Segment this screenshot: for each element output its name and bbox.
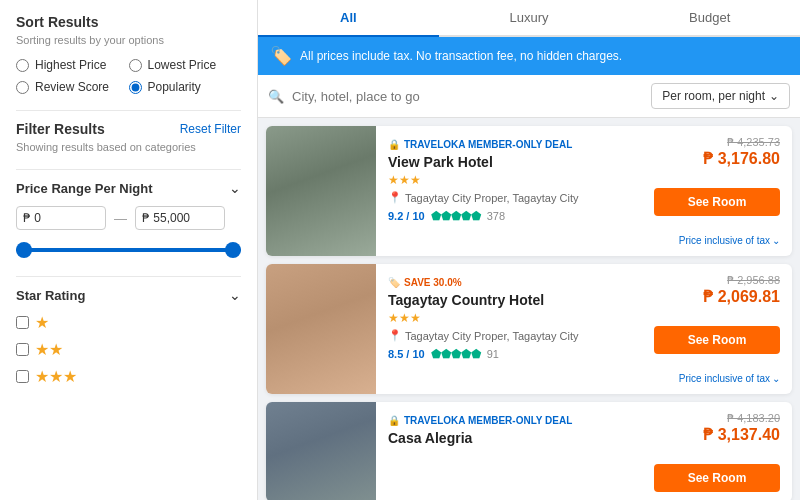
search-bar: 🔍 Per room, per night ⌄ [258, 75, 800, 118]
filter-header: Filter Results Reset Filter [16, 121, 241, 137]
hotel-deal-badge-2: 🏷️ SAVE 30.0% [388, 277, 462, 288]
notice-bar: 🏷️ All prices include tax. No transactio… [258, 37, 800, 75]
original-price-1: ₱ 4,235.73 [703, 136, 780, 149]
current-price-2: ₱ 2,069.81 [703, 287, 780, 306]
hotel-image-3 [266, 402, 376, 500]
star-checkbox-2[interactable] [16, 343, 29, 356]
see-room-button-1[interactable]: See Room [654, 188, 780, 216]
star-row-3: ★★★ [16, 367, 241, 386]
review-count-2: 91 [487, 348, 499, 360]
sort-radio-highest-price[interactable] [16, 59, 29, 72]
price-max-input[interactable]: ₱ 55,000 [135, 206, 225, 230]
price-range-title: Price Range Per Night [16, 181, 153, 196]
star-icon-1: ★ [35, 313, 49, 332]
sort-option-lowest-price[interactable]: Lowest Price [129, 58, 242, 72]
hotel-reviews-2: 8.5 / 10 ⬟⬟⬟⬟⬟ 91 [388, 347, 630, 361]
search-input[interactable] [292, 89, 643, 104]
tripadvisor-icon-2: ⬟⬟⬟⬟⬟ [431, 347, 481, 361]
notice-text: All prices include tax. No transaction f… [300, 49, 622, 63]
sort-option-label: Review Score [35, 80, 109, 94]
hotel-deal-badge-3: 🔒 TRAVELOKA MEMBER-ONLY DEAL [388, 415, 572, 426]
price-range-header: Price Range Per Night ⌄ [16, 180, 241, 196]
hotel-image-1 [266, 126, 376, 256]
price-slider[interactable] [16, 240, 241, 260]
price-min-input[interactable]: ₱ 0 [16, 206, 106, 230]
star-row-2: ★★ [16, 340, 241, 359]
review-count-1: 378 [487, 210, 505, 222]
star-rating-header: Star Rating ⌄ [16, 287, 241, 303]
main-content: All Luxury Budget 🏷️ All prices include … [258, 0, 800, 500]
star-row-1: ★ [16, 313, 241, 332]
star-checkbox-3[interactable] [16, 370, 29, 383]
hotel-card-1: 🔒 TRAVELOKA MEMBER-ONLY DEAL View Park H… [266, 126, 792, 256]
hotel-card-2: 🏷️ SAVE 30.0% Tagaytay Country Hotel ★★★… [266, 264, 792, 394]
hotel-card-3: 🔒 TRAVELOKA MEMBER-ONLY DEAL Casa Alegri… [266, 402, 792, 500]
hotel-location-1: 📍 Tagaytay City Proper, Tagaytay City [388, 191, 630, 204]
sort-option-label: Popularity [148, 80, 201, 94]
chevron-down-icon: ⌄ [769, 89, 779, 103]
sort-option-popularity[interactable]: Popularity [129, 80, 242, 94]
hotel-name-2: Tagaytay Country Hotel [388, 292, 630, 308]
hotel-stars-1: ★★★ [388, 173, 630, 187]
hotel-image-2 [266, 264, 376, 394]
per-night-selector[interactable]: Per room, per night ⌄ [651, 83, 790, 109]
location-pin-icon-1: 📍 [388, 191, 402, 204]
price-inputs: ₱ 0 — ₱ 55,000 [16, 206, 241, 230]
tab-luxury[interactable]: Luxury [439, 0, 620, 37]
sort-radio-popularity[interactable] [129, 81, 142, 94]
slider-thumb-left[interactable] [16, 242, 32, 258]
location-pin-icon-2: 📍 [388, 329, 402, 342]
sort-options: Highest Price Lowest Price Review Score … [16, 58, 241, 94]
original-price-2: ₱ 2,956.88 [703, 274, 780, 287]
sort-radio-lowest-price[interactable] [129, 59, 142, 72]
star-rating-title: Star Rating [16, 288, 85, 303]
sort-title: Sort Results [16, 14, 241, 30]
tripadvisor-icon-1: ⬟⬟⬟⬟⬟ [431, 209, 481, 223]
hotel-info-3: 🔒 TRAVELOKA MEMBER-ONLY DEAL Casa Alegri… [376, 402, 642, 500]
price-range-dash: — [114, 211, 127, 226]
review-score-1: 9.2 / 10 [388, 210, 425, 222]
current-price-3: ₱ 3,137.40 [703, 425, 780, 444]
chevron-down-icon-price-2: ⌄ [772, 373, 780, 384]
review-score-2: 8.5 / 10 [388, 348, 425, 360]
sort-option-review-score[interactable]: Review Score [16, 80, 129, 94]
sort-option-label: Highest Price [35, 58, 106, 72]
see-room-button-3[interactable]: See Room [654, 464, 780, 492]
lock-icon-3: 🔒 [388, 415, 400, 426]
original-price-3: ₱ 4,183.20 [703, 412, 780, 425]
notice-icon: 🏷️ [270, 45, 292, 67]
star-icon-2: ★★ [35, 340, 63, 359]
sort-radio-review-score[interactable] [16, 81, 29, 94]
hotel-info-2: 🏷️ SAVE 30.0% Tagaytay Country Hotel ★★★… [376, 264, 642, 394]
hotel-stars-2: ★★★ [388, 311, 630, 325]
chevron-up-icon-2: ⌄ [229, 287, 241, 303]
sort-option-label: Lowest Price [148, 58, 217, 72]
lock-icon-1: 🔒 [388, 139, 400, 150]
save-icon-2: 🏷️ [388, 277, 400, 288]
reset-filter-link[interactable]: Reset Filter [180, 122, 241, 136]
tab-bar: All Luxury Budget [258, 0, 800, 37]
divider-2 [16, 169, 241, 170]
hotel-deal-badge-1: 🔒 TRAVELOKA MEMBER-ONLY DEAL [388, 139, 572, 150]
chevron-down-icon-price-1: ⌄ [772, 235, 780, 246]
filter-title: Filter Results [16, 121, 105, 137]
divider-3 [16, 276, 241, 277]
price-inclusive-2[interactable]: Price inclusive of tax ⌄ [679, 373, 780, 384]
star-checkbox-1[interactable] [16, 316, 29, 329]
see-room-button-2[interactable]: See Room [654, 326, 780, 354]
hotel-info-1: 🔒 TRAVELOKA MEMBER-ONLY DEAL View Park H… [376, 126, 642, 256]
hotel-reviews-1: 9.2 / 10 ⬟⬟⬟⬟⬟ 378 [388, 209, 630, 223]
filter-subtitle: Showing results based on categories [16, 141, 241, 153]
divider-1 [16, 110, 241, 111]
tab-all[interactable]: All [258, 0, 439, 37]
sort-option-highest-price[interactable]: Highest Price [16, 58, 129, 72]
tab-budget[interactable]: Budget [619, 0, 800, 37]
sidebar: Sort Results Sorting results by your opt… [0, 0, 258, 500]
hotel-price-area-2: ₱ 2,956.88 ₱ 2,069.81 See Room Price inc… [642, 264, 792, 394]
chevron-up-icon: ⌄ [229, 180, 241, 196]
current-price-1: ₱ 3,176.80 [703, 149, 780, 168]
price-inclusive-1[interactable]: Price inclusive of tax ⌄ [679, 235, 780, 246]
slider-track [16, 248, 241, 252]
slider-thumb-right[interactable] [225, 242, 241, 258]
per-night-label: Per room, per night [662, 89, 765, 103]
